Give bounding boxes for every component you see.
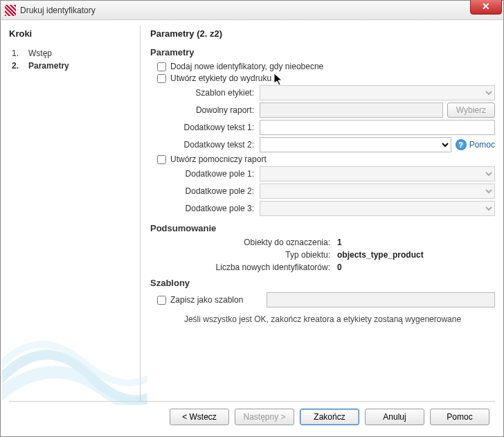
chk-add-ids-input[interactable]	[157, 62, 166, 71]
page-title: Parametry (2. z2)	[150, 28, 495, 39]
chk-save-template[interactable]: Zapisz jako szablon	[157, 295, 267, 305]
chk-save-template-input[interactable]	[157, 296, 166, 305]
main-panel: Parametry (2. z2) Parametry Dodaj nowe i…	[141, 26, 495, 401]
chk-aux-report[interactable]: Utwórz pomocniczy raport	[157, 154, 495, 164]
template-name-input[interactable]	[267, 292, 495, 307]
row-save-template: Zapisz jako szablon	[157, 292, 495, 307]
app-icon	[5, 5, 16, 16]
next-button[interactable]: Następny >	[235, 409, 294, 425]
chk-aux-report-label: Utwórz pomocniczy raport	[170, 154, 267, 164]
chk-make-labels-label: Utwórz etykiety do wydruku	[170, 73, 271, 83]
row-extra-text2: Dodatkowy tekst 2: ? Pomoc	[150, 137, 495, 152]
cancel-button[interactable]: Anuluj	[365, 409, 424, 425]
chk-aux-report-input[interactable]	[157, 155, 166, 164]
step-num: 1.	[12, 48, 19, 58]
extra-field2-select[interactable]	[260, 184, 495, 199]
row-extra-field3: Dodatkowe pole 3:	[150, 201, 495, 216]
extra-field3-select[interactable]	[260, 201, 495, 216]
back-button[interactable]: < Wstecz	[170, 409, 229, 425]
summary-objects-label: Obiekty do oznaczenia:	[150, 238, 337, 247]
row-extra-text1: Dodatkowy tekst 1:	[150, 120, 495, 135]
help-link[interactable]: ? Pomoc	[456, 139, 495, 150]
step-num: 2.	[12, 61, 19, 71]
steps-list: 1. Wstęp 2. Parametry	[9, 47, 136, 72]
chk-add-ids-label: Dodaj nowe identyfikatory, gdy nieobecne	[170, 62, 323, 71]
close-icon: ✕	[482, 1, 490, 12]
help-button[interactable]: Pomoc	[430, 409, 489, 425]
titlebar: Drukuj identyfikatory ✕	[1, 1, 503, 20]
row-extra-field2: Dodatkowe pole 2:	[150, 184, 495, 199]
any-report-label: Dowolny raport:	[150, 105, 260, 115]
step-label: Wstęp	[28, 48, 52, 58]
summary-type: Typ obiektu: objects_type_product	[150, 250, 495, 260]
summary-new-ids: Liczba nowych identyfikatorów: 0	[150, 262, 495, 272]
any-report-input[interactable]	[260, 102, 443, 118]
extra-text2-select[interactable]	[260, 137, 451, 152]
summary-objects-value: 1	[337, 238, 342, 247]
dialog-window: Drukuj identyfikatory ✕ Kroki 1. Wstęp 2…	[0, 0, 504, 437]
row-any-report: Dowolny raport: Wybierz	[150, 102, 495, 118]
summary-new-ids-label: Liczba nowych identyfikatorów:	[150, 262, 337, 272]
section-templates-title: Szablony	[150, 278, 495, 288]
help-icon: ?	[456, 139, 467, 150]
extra-field3-label: Dodatkowe pole 3:	[150, 204, 260, 213]
summary-type-value: objects_type_product	[337, 250, 424, 260]
step-item-params[interactable]: 2. Parametry	[12, 60, 136, 72]
summary-new-ids-value: 0	[337, 262, 342, 272]
sidebar: Kroki 1. Wstęp 2. Parametry	[9, 26, 141, 401]
finish-note: Jeśli wszystko jest OK, zakończ kreatora…	[150, 314, 495, 324]
chk-make-labels[interactable]: Utwórz etykiety do wydruku	[157, 73, 495, 83]
sidebar-heading: Kroki	[9, 28, 136, 39]
dialog-body: Kroki 1. Wstęp 2. Parametry	[1, 20, 503, 436]
finish-button[interactable]: Zakończ	[300, 409, 359, 425]
row-extra-field1: Dodatkowe pole 1:	[150, 166, 495, 181]
chk-add-ids[interactable]: Dodaj nowe identyfikatory, gdy nieobecne	[157, 62, 495, 71]
extra-text1-input[interactable]	[260, 120, 495, 135]
chk-save-template-label: Zapisz jako szablon	[170, 295, 243, 305]
close-button[interactable]: ✕	[470, 0, 502, 15]
extra-field1-select[interactable]	[260, 166, 495, 181]
step-label: Parametry	[28, 61, 69, 71]
label-template-select[interactable]	[260, 85, 495, 100]
step-item-intro[interactable]: 1. Wstęp	[12, 47, 136, 60]
summary-type-label: Typ obiektu:	[150, 250, 337, 260]
help-label: Pomoc	[469, 140, 495, 150]
section-params-title: Parametry	[150, 47, 495, 57]
summary-objects: Obiekty do oznaczenia: 1	[150, 238, 495, 247]
decorative-wave	[2, 301, 147, 405]
label-template-label: Szablon etykiet:	[150, 88, 260, 98]
extra-field1-label: Dodatkowe pole 1:	[150, 169, 260, 179]
section-summary-title: Podsumowanie	[150, 223, 495, 233]
extra-text1-label: Dodatkowy tekst 1:	[150, 123, 260, 132]
choose-button[interactable]: Wybierz	[447, 102, 495, 118]
chk-make-labels-input[interactable]	[157, 74, 166, 83]
footer: < Wstecz Następny > Zakończ Anuluj Pomoc	[9, 401, 495, 429]
extra-text2-label: Dodatkowy tekst 2:	[150, 140, 260, 150]
window-title: Drukuj identyfikatory	[20, 6, 96, 15]
extra-field2-label: Dodatkowe pole 2:	[150, 186, 260, 196]
row-label-template: Szablon etykiet:	[150, 85, 495, 100]
